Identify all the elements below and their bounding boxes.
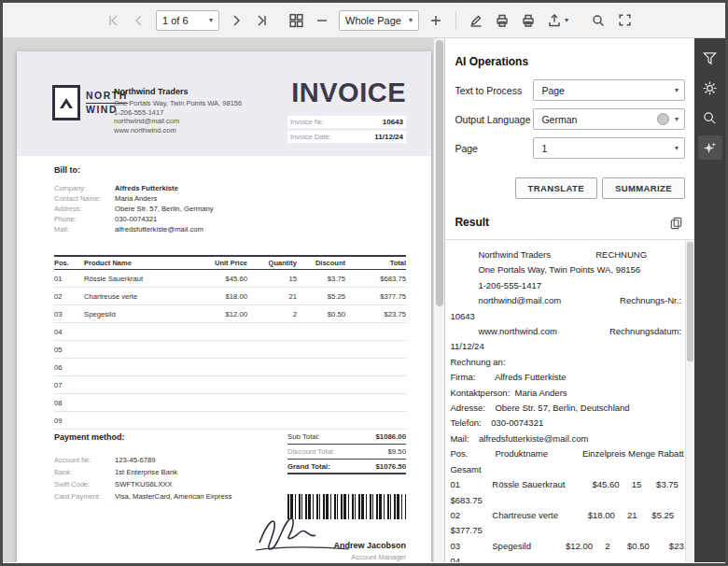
search-button[interactable] <box>586 8 610 33</box>
result-line-text: 10643 <box>450 309 474 324</box>
table-cell: 04 <box>54 328 84 336</box>
field-value: Alfreds Futterkiste <box>115 184 178 192</box>
result-line-text: Firma: Alfreds Futterkiste <box>450 370 566 385</box>
table-cell: Rössle Sauerkraut <box>84 275 189 283</box>
result-scrollbar[interactable] <box>685 240 694 562</box>
search-icon <box>591 13 606 28</box>
page-select[interactable]: 1 ▾ <box>533 137 685 159</box>
settings-button[interactable] <box>698 76 722 100</box>
table-row: 03Spegesild$12.002$0.50$23.75 <box>54 305 406 323</box>
document-scrollbar-thumb[interactable] <box>436 40 443 306</box>
filter-button[interactable] <box>698 46 722 70</box>
text-to-process-select[interactable]: Page ▾ <box>533 79 685 101</box>
total-value: $1086.00 <box>375 432 406 441</box>
first-page-icon <box>105 13 120 28</box>
field-label: Swift Code: <box>54 480 115 488</box>
signatory-name: Andrew Jacobson <box>287 541 406 550</box>
panel-search-button[interactable] <box>698 106 722 130</box>
field-label: Mail: <box>54 225 115 233</box>
zoom-level-select[interactable]: Whole Page ▾ <box>339 10 419 31</box>
result-scrollbar-thumb[interactable] <box>687 242 693 361</box>
fullscreen-button[interactable] <box>612 8 637 33</box>
column-header: Pos. <box>54 259 84 267</box>
table-row: 06 <box>54 359 406 376</box>
result-line-text: 01 Rössle Sauerkraut $45.60 15 $3.75 <box>450 477 679 492</box>
result-line: 01 Rössle Sauerkraut $45.60 15 $3.75 <box>450 477 681 492</box>
printer-icon <box>495 13 510 28</box>
result-line-text: 1-206-555-1417 <box>478 278 541 293</box>
table-row: 01Rössle Sauerkraut$45.6015$3.75$683.75 <box>54 270 406 288</box>
result-line-text: Pos. Produktname Einzelpreis Menge Rabat… <box>450 446 683 461</box>
gear-icon <box>702 80 718 96</box>
result-line-right: Rechnungs-Nr.: <box>620 293 681 308</box>
table-row: 08 <box>54 394 406 412</box>
document-scrollbar[interactable] <box>433 38 444 562</box>
total-row: Discount Total:$9.50 <box>287 445 406 460</box>
result-line: Gesamt <box>450 462 681 477</box>
result-line: One Portals Way, Twin Points WA, 98156 <box>450 262 681 277</box>
copy-result-button[interactable] <box>666 213 685 232</box>
company-info-line: One Portals Way, Twin Points WA, 98156 <box>114 99 242 108</box>
document-viewport[interactable]: NORTH WIND Northwind Traders One Portals… <box>3 38 433 562</box>
ai-action-buttons: TRANSLATE SUMMARIZE <box>455 177 685 199</box>
result-line-text: www.northwind.com <box>478 324 556 339</box>
page-layout-button[interactable] <box>284 8 308 33</box>
bill-to-section: Bill to: Company:Alfreds FutterkisteCont… <box>54 165 214 234</box>
result-line: Pos. Produktname Einzelpreis Menge Rabat… <box>450 446 681 461</box>
result-line: Adresse: Obere Str. 57, Berlin, Deutschl… <box>450 401 681 416</box>
minus-icon <box>315 13 329 28</box>
totals-section: Sub Total:$1086.00Discount Total:$9.50Gr… <box>287 430 406 474</box>
field-value: 1st Enterprise Bank <box>115 468 177 476</box>
table-cell: 05 <box>54 346 84 354</box>
payment-field-row: Card Payment:Visa, MasterCard, American … <box>54 490 231 502</box>
last-page-icon <box>255 13 270 28</box>
invoice-date-label: Invoice Date: <box>290 133 331 141</box>
page-field: Page 1 ▾ <box>455 137 685 159</box>
result-line-text: 11/12/24 <box>450 339 483 354</box>
previous-page-button[interactable] <box>127 8 151 33</box>
table-cell: 08 <box>54 399 84 407</box>
table-cell: $5.25 <box>297 292 345 301</box>
result-line-text: 02 Chartreuse verte $18.00 21 $5.25 <box>450 508 674 523</box>
column-header: Total <box>345 259 406 267</box>
language-badge-icon <box>657 113 669 125</box>
table-cell: 15 <box>247 275 297 283</box>
output-language-select[interactable]: German ▾ <box>533 108 685 130</box>
print-button[interactable] <box>490 8 514 33</box>
total-row: Sub Total:$1086.00 <box>287 430 406 445</box>
payment-field-row: Account №:123-45-6789 <box>54 454 231 466</box>
result-line: Rechnung an: <box>450 355 681 370</box>
table-cell: $683.75 <box>345 275 406 283</box>
invoice-number-label: Invoice №: <box>290 118 324 126</box>
table-cell: Chartreuse verte <box>84 292 189 301</box>
ai-operations-button[interactable] <box>698 135 722 160</box>
zoom-in-button[interactable] <box>424 8 448 33</box>
bill-to-field-row: Mail:alfredsfutterkiste@mail.com <box>54 224 214 234</box>
next-page-button[interactable] <box>224 8 248 33</box>
result-area: Northwind TradersRECHNUNG One Portals Wa… <box>445 240 694 562</box>
summarize-button[interactable]: SUMMARIZE <box>602 177 685 199</box>
result-line-text: Northwind Traders <box>478 248 551 262</box>
result-line-text: Mail: alfredsfutterkiste@mail.com <box>450 432 588 446</box>
print-pages-button[interactable] <box>516 8 540 33</box>
page-layout-icon <box>288 12 304 28</box>
translate-button[interactable]: TRANSLATE <box>515 177 597 199</box>
result-line-text: 03 Spegesild $12.00 2 $0.50 $23.75 <box>450 539 685 554</box>
annotate-button[interactable] <box>464 8 488 33</box>
last-page-button[interactable] <box>250 8 274 33</box>
table-cell: 09 <box>54 417 84 425</box>
table-cell: $377.75 <box>345 292 406 301</box>
table-cell: 2 <box>247 310 297 318</box>
table-cell: $45.60 <box>189 275 247 283</box>
text-to-process-value: Page <box>541 85 675 96</box>
page-number-select[interactable]: 1 of 6 ▾ <box>156 10 219 31</box>
result-line: $377.75 <box>450 523 681 538</box>
payment-heading: Payment method: <box>54 432 231 442</box>
export-button[interactable] <box>542 8 567 33</box>
zoom-out-button[interactable] <box>310 8 334 33</box>
total-label: Grand Total: <box>287 462 330 471</box>
result-line-text: Rechnung an: <box>450 355 505 370</box>
export-menu-caret[interactable]: ▾ <box>565 16 568 24</box>
first-page-button[interactable] <box>101 8 125 33</box>
result-text[interactable]: Northwind TradersRECHNUNG One Portals Wa… <box>445 240 685 562</box>
